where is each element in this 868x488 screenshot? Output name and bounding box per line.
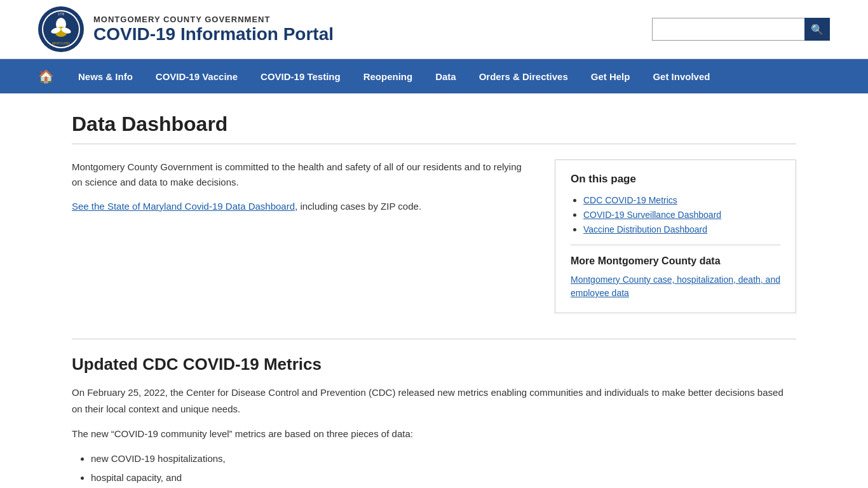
search-button[interactable]: 🔍 <box>804 18 830 41</box>
cdc-paragraph-1: On February 25, 2022, the Center for Dis… <box>72 384 796 417</box>
header-title-block: MONTGOMERY COUNTY GOVERNMENT COVID-19 In… <box>93 15 334 44</box>
intro-after-link: , including cases by ZIP code. <box>295 201 421 212</box>
list-item: CDC COVID-19 Metrics <box>583 194 780 205</box>
main-nav: 🏠 News & Info COVID-19 Vaccine COVID-19 … <box>0 59 868 93</box>
sidebar-divider <box>571 245 780 245</box>
nav-orders[interactable]: Orders & Directives <box>468 62 580 92</box>
list-item: COVID-19 Surveillance Dashboard <box>583 209 780 220</box>
section-divider <box>72 339 796 339</box>
nav-get-involved[interactable]: Get Involved <box>641 62 721 92</box>
nav-get-help[interactable]: Get Help <box>580 62 642 92</box>
county-logo: MARYLAND 1776 <box>38 6 84 52</box>
content-layout: Montgomery County Government is committe… <box>72 159 796 313</box>
svg-text:MARYLAND: MARYLAND <box>52 41 70 45</box>
nav-reopening[interactable]: Reopening <box>352 62 424 92</box>
nav-vaccine[interactable]: COVID-19 Vaccine <box>144 62 249 92</box>
portal-title: COVID-19 Information Portal <box>93 24 334 44</box>
header: MARYLAND 1776 MONTGOMERY COUNTY GOVERNME… <box>0 0 868 59</box>
main-content: Data Dashboard Montgomery County Governm… <box>34 93 834 488</box>
header-search: 🔍 <box>652 18 830 41</box>
title-divider <box>72 144 796 144</box>
more-data-link[interactable]: Montgomery County case, hospitalization,… <box>571 274 780 298</box>
on-this-page-box: On this page CDC COVID-19 Metrics COVID-… <box>555 159 796 313</box>
search-input[interactable] <box>652 18 804 41</box>
nav-home[interactable]: 🏠 <box>25 59 67 93</box>
intro-paragraph-2: See the State of Maryland Covid-19 Data … <box>72 199 529 214</box>
header-left: MARYLAND 1776 MONTGOMERY COUNTY GOVERNME… <box>38 6 334 52</box>
org-name: MONTGOMERY COUNTY GOVERNMENT <box>93 15 334 24</box>
nav-news-info[interactable]: News & Info <box>67 62 144 92</box>
nav-testing[interactable]: COVID-19 Testing <box>249 62 352 92</box>
svg-text:1776: 1776 <box>58 13 65 16</box>
surveillance-dashboard-link[interactable]: COVID-19 Surveillance Dashboard <box>583 210 721 220</box>
cdc-paragraph-2: The new “COVID-19 community level” metri… <box>72 426 796 442</box>
more-data-title: More Montgomery County data <box>571 255 780 267</box>
intro-paragraph-1: Montgomery County Government is committe… <box>72 159 529 190</box>
search-icon: 🔍 <box>811 24 824 36</box>
cdc-section-title: Updated CDC COVID-19 Metrics <box>72 355 796 374</box>
intro-section: Montgomery County Government is committe… <box>72 159 529 223</box>
vaccine-distribution-link[interactable]: Vaccine Distribution Dashboard <box>583 224 707 234</box>
page-title: Data Dashboard <box>72 112 796 136</box>
bullet-item: new COVID-19 hospitalizations, <box>91 451 796 466</box>
cdc-bullet-list: new COVID-19 hospitalizations, hospital … <box>72 451 796 489</box>
on-this-page-title: On this page <box>571 173 780 186</box>
nav-data[interactable]: Data <box>424 62 468 92</box>
on-this-page-list: CDC COVID-19 Metrics COVID-19 Surveillan… <box>571 194 780 234</box>
list-item: Vaccine Distribution Dashboard <box>583 224 780 234</box>
svg-point-7 <box>58 18 64 25</box>
bullet-item: hospital capacity, and <box>91 470 796 485</box>
maryland-dashboard-link[interactable]: See the State of Maryland Covid-19 Data … <box>72 201 295 212</box>
cdc-metrics-link[interactable]: CDC COVID-19 Metrics <box>583 195 677 205</box>
